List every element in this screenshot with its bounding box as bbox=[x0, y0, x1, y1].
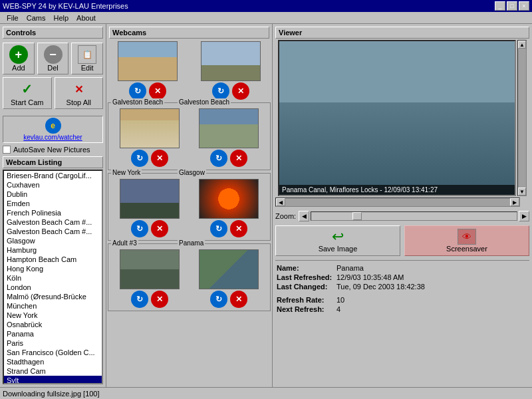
webcam-thumb-galveston2[interactable] bbox=[199, 108, 259, 148]
maximize-button[interactable]: □ bbox=[507, 1, 517, 11]
list-item[interactable]: Malmö (Øresund-Brücke bbox=[4, 292, 102, 301]
hscroll-track[interactable] bbox=[285, 198, 510, 206]
webcam-stop-button[interactable]: ✕ bbox=[230, 220, 247, 237]
webcams-scroll[interactable]: ↻ ✕ ↻ ✕ Galveston Beach Galveston Beach bbox=[106, 40, 272, 387]
del-button[interactable]: − Del bbox=[37, 43, 69, 74]
stop-all-button[interactable]: ✕ Stop All bbox=[55, 77, 104, 109]
list-item[interactable]: London bbox=[4, 283, 102, 292]
del-label: Del bbox=[47, 64, 59, 72]
add-button[interactable]: + Add bbox=[3, 43, 35, 74]
webcam-stop-button[interactable]: ✕ bbox=[232, 82, 249, 100]
webcam-stop-button[interactable]: ✕ bbox=[230, 291, 247, 308]
scroll-track[interactable] bbox=[518, 49, 526, 188]
list-item[interactable]: Galveston Beach Cam #... bbox=[4, 217, 102, 227]
screensaver-label: Screensaver bbox=[446, 245, 487, 253]
list-item[interactable]: Emden bbox=[4, 199, 102, 208]
list-item[interactable]: Dublin bbox=[4, 190, 102, 199]
list-item[interactable]: Hamburg bbox=[4, 245, 102, 255]
viewer-bottom: Zoom: ◀ ▶ ↩ Save Image 👁 bbox=[275, 211, 529, 314]
del-icon: − bbox=[44, 45, 63, 64]
start-cam-button[interactable]: ✓ Start Cam bbox=[3, 77, 52, 109]
webcam-refresh-button[interactable]: ↻ bbox=[131, 150, 148, 167]
zoom-right-arrow[interactable]: ▶ bbox=[519, 211, 529, 221]
status-text: Downloading fullsize.jpg [100] bbox=[3, 390, 100, 398]
left-panel: Controls + Add − Del 📋 Edit bbox=[0, 24, 106, 387]
zoom-thumb[interactable] bbox=[352, 212, 362, 220]
webcam-refresh-button[interactable]: ↻ bbox=[210, 150, 227, 167]
webcam-thumb-panama[interactable] bbox=[199, 249, 259, 289]
save-image-button[interactable]: ↩ Save Image bbox=[275, 225, 400, 256]
webcam-thumb-container: ↻ ✕ bbox=[191, 41, 271, 100]
viewer-vscrollbar[interactable]: ▲ ▼ bbox=[517, 40, 527, 196]
webcam-group-label-panama: Panama bbox=[178, 239, 205, 247]
webcam-stop-button[interactable]: ✕ bbox=[151, 220, 168, 237]
list-item[interactable]: München bbox=[4, 301, 102, 311]
list-item[interactable]: Sylt bbox=[4, 376, 102, 384]
webcam-thumb-glasgow[interactable] bbox=[199, 179, 259, 219]
menu-item-cams[interactable]: Cams bbox=[23, 13, 50, 22]
save-image-icon: ↩ bbox=[329, 229, 347, 245]
window-title: WEB-SPY 24 by KEV-LAU Enterprises bbox=[3, 2, 128, 10]
menu-item-file[interactable]: File bbox=[3, 13, 23, 22]
list-item[interactable]: Paris bbox=[4, 338, 102, 348]
list-item[interactable]: Köln bbox=[4, 273, 102, 283]
list-item[interactable]: Hampton Beach Cam bbox=[4, 255, 102, 264]
list-item[interactable]: Briesen-Brand (CargoLif... bbox=[4, 171, 102, 180]
webcam-thumb-beach[interactable] bbox=[118, 41, 178, 81]
last-changed-label: Last Changed: bbox=[275, 282, 335, 291]
next-refresh-label: Next Refresh: bbox=[275, 305, 335, 314]
scroll-left-button[interactable]: ◀ bbox=[276, 198, 285, 206]
webcam-refresh-button[interactable]: ↻ bbox=[129, 82, 146, 100]
last-changed-value: Tue, 09 Dec 2003 18:42:38 bbox=[335, 282, 529, 291]
webcam-stop-button[interactable]: ✕ bbox=[151, 150, 168, 167]
autosave-checkbox[interactable] bbox=[3, 146, 11, 154]
viewer-main-image bbox=[279, 41, 515, 195]
start-cam-label: Start Cam bbox=[11, 98, 44, 106]
scroll-right-button[interactable]: ▶ bbox=[510, 198, 519, 206]
list-item[interactable]: San Francisco (Golden C... bbox=[4, 348, 102, 357]
list-item[interactable]: Osnabrück bbox=[4, 320, 102, 329]
webcam-stop-button[interactable]: ✕ bbox=[149, 82, 166, 100]
zoom-left-arrow[interactable]: ◀ bbox=[299, 211, 309, 221]
list-item[interactable]: New York bbox=[4, 311, 102, 320]
webcam-thumb-adult[interactable] bbox=[120, 249, 180, 289]
screensaver-button[interactable]: 👁 Screensaver bbox=[404, 225, 529, 256]
edit-button[interactable]: 📋 Edit bbox=[71, 43, 103, 74]
scroll-up-button[interactable]: ▲ bbox=[518, 41, 526, 49]
last-refreshed-label: Last Refreshed: bbox=[275, 273, 335, 282]
close-button[interactable]: × bbox=[519, 1, 529, 11]
list-item[interactable]: French Polinesia bbox=[4, 208, 102, 217]
list-item[interactable]: Panama bbox=[4, 329, 102, 338]
scroll-down-button[interactable]: ▼ bbox=[518, 188, 526, 196]
list-item[interactable]: Galveston Beach Cam #... bbox=[4, 227, 102, 236]
webcam-thumb-container: ↻ ✕ bbox=[111, 179, 188, 237]
webcam-stop-button[interactable]: ✕ bbox=[151, 291, 168, 308]
webcam-refresh-button[interactable]: ↻ bbox=[210, 291, 227, 308]
screensaver-icon: 👁 bbox=[458, 229, 476, 245]
viewer-hscrollbar[interactable]: ◀ ▶ bbox=[275, 198, 520, 207]
webcam-refresh-button[interactable]: ↻ bbox=[131, 291, 148, 308]
list-item[interactable]: Glasgow bbox=[4, 236, 102, 245]
webcam-refresh-button[interactable]: ↻ bbox=[212, 82, 229, 100]
webcam-refresh-button[interactable]: ↻ bbox=[210, 220, 227, 237]
webcam-thumb-newyork[interactable] bbox=[120, 179, 180, 219]
list-item[interactable]: Cuxhaven bbox=[4, 180, 102, 190]
webcam-thumb-eiffel[interactable] bbox=[201, 41, 261, 81]
edit-label: Edit bbox=[81, 64, 94, 72]
list-item[interactable]: Stadthagen bbox=[4, 357, 102, 366]
webcam-stop-button[interactable]: ✕ bbox=[230, 150, 247, 167]
webcam-refresh-button[interactable]: ↻ bbox=[131, 220, 148, 237]
zoom-track[interactable] bbox=[311, 211, 517, 221]
website-button[interactable]: e kevlau.com/watcher bbox=[3, 116, 103, 143]
list-item[interactable]: Hong Kong bbox=[4, 264, 102, 273]
list-item[interactable]: Strand Cam bbox=[4, 366, 102, 376]
webcam-list[interactable]: Briesen-Brand (CargoLif... Cuxhaven Dubl… bbox=[3, 170, 103, 384]
minimize-button[interactable]: _ bbox=[495, 1, 505, 11]
menu-item-about[interactable]: About bbox=[72, 13, 100, 22]
webcam-thumb-galveston1[interactable] bbox=[120, 108, 180, 148]
menu-item-help[interactable]: Help bbox=[49, 13, 72, 22]
webcam-group-label-galveston1: Galveston Beach bbox=[111, 98, 164, 106]
webcam-thumb-container: ↻ ✕ bbox=[111, 108, 188, 167]
webcam-group-label-newyork: New York bbox=[111, 169, 142, 176]
controls-header: Controls bbox=[3, 27, 103, 39]
